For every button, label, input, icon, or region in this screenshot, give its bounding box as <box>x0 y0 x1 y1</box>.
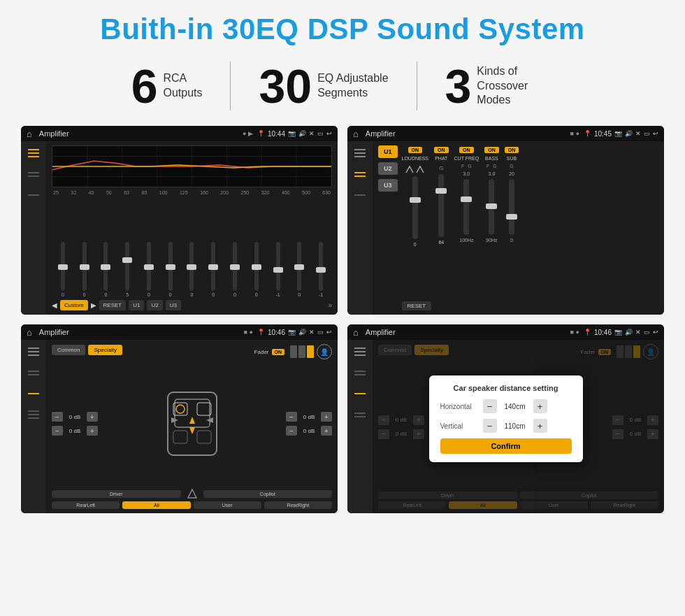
eq-slider-12[interactable]: -1 <box>311 242 331 297</box>
sidebar-speaker-icon-3[interactable] <box>26 387 41 400</box>
fader-user-btn[interactable]: User <box>194 501 261 509</box>
eq-next-btn[interactable]: ▶ <box>91 301 96 309</box>
fader-on-btn[interactable]: ON <box>272 349 285 355</box>
sidebar-speaker-icon-4[interactable] <box>352 387 368 400</box>
sidebar-expand-icon-4[interactable] <box>352 408 368 421</box>
home-icon-2[interactable]: ⌂ <box>353 129 359 139</box>
eq-slider-3[interactable]: 5 <box>117 242 137 297</box>
db-minus-fl[interactable]: − <box>52 412 63 422</box>
cutfreq-slider[interactable] <box>463 179 469 235</box>
vertical-minus-btn[interactable]: − <box>483 419 497 433</box>
app-name-4: Amplifier <box>366 328 566 336</box>
crossover-u1-btn[interactable]: U1 <box>378 145 398 158</box>
home-icon-1[interactable]: ⌂ <box>27 129 32 139</box>
sidebar-speaker-icon-2[interactable] <box>352 189 368 201</box>
fader-rearleft-btn[interactable]: RearLeft <box>52 501 120 509</box>
horizontal-plus-btn[interactable]: + <box>533 399 547 413</box>
status-bar-3: ⌂ Amplifier ■ ● 📍 10:46 📷 🔊 ✕ ▭ ↩ <box>21 324 338 340</box>
sidebar-wave-icon[interactable] <box>26 168 41 180</box>
home-icon-3[interactable]: ⌂ <box>27 327 32 338</box>
app-name-1: Amplifier <box>39 129 238 138</box>
fader-all-btn[interactable]: All <box>122 501 190 509</box>
db-plus-rl[interactable]: + <box>87 426 98 436</box>
horizontal-minus-btn[interactable]: − <box>483 399 497 413</box>
sidebar-eq-icon-3[interactable] <box>26 345 41 358</box>
cutfreq-on-badge[interactable]: ON <box>459 147 474 153</box>
sub-on-badge[interactable]: ON <box>505 147 519 153</box>
eq-slider-9[interactable]: 0 <box>247 242 266 297</box>
bass-on-badge[interactable]: ON <box>484 147 499 153</box>
stat-rca: 6 RCA Outputs <box>103 62 231 110</box>
db-minus-rl[interactable]: − <box>52 426 63 436</box>
expand-icon[interactable]: » <box>328 301 332 309</box>
sidebar-wave-icon-3[interactable] <box>26 366 41 379</box>
eq-u1-btn[interactable]: U1 <box>129 300 144 310</box>
sidebar-eq-icon[interactable] <box>26 147 41 159</box>
eq-reset-btn[interactable]: RESET <box>99 300 127 310</box>
vertical-value: 110cm <box>501 422 529 430</box>
vertical-plus-btn[interactable]: + <box>533 419 547 433</box>
volume-icon-4: 🔊 <box>625 329 633 336</box>
crossover-reset-btn[interactable]: RESET <box>402 301 432 310</box>
back-icon-2[interactable]: ↩ <box>653 130 658 137</box>
sidebar-eq-icon-4[interactable] <box>352 345 368 358</box>
eq-prev-btn[interactable]: ◀ <box>52 301 57 309</box>
fader-driver-btn[interactable]: Driver <box>52 490 181 498</box>
crossover-u3-btn[interactable]: U3 <box>378 179 398 192</box>
sidebar-speaker-icon[interactable] <box>26 189 41 201</box>
loudness-slider[interactable] <box>412 176 418 239</box>
phat-on-badge[interactable]: ON <box>434 147 449 153</box>
phat-slider[interactable] <box>438 174 444 237</box>
fader-user-icon[interactable]: 👤 <box>317 344 332 359</box>
eq-slider-7[interactable]: 0 <box>203 242 223 297</box>
eq-slider-8[interactable]: 0 <box>225 242 245 297</box>
db-control-rr: − 0 dB + <box>286 426 332 436</box>
fader-rearright-btn[interactable]: RearRight <box>264 501 332 509</box>
bass-slider[interactable] <box>489 179 494 235</box>
fader-tab-common[interactable]: Common <box>52 345 85 355</box>
location-icon-2: 📍 <box>584 130 591 137</box>
eq-slider-2[interactable]: 0 <box>96 242 116 297</box>
close-icon-1: ✕ <box>309 130 315 137</box>
eq-slider-4[interactable]: 0 <box>139 242 159 297</box>
eq-slider-0[interactable]: 0 <box>53 242 73 297</box>
eq-slider-10[interactable]: -1 <box>268 242 288 297</box>
eq-u2-btn[interactable]: U2 <box>147 300 162 310</box>
fader-tab-specialty[interactable]: Specialty <box>88 345 122 355</box>
crossover-u-buttons: U1 U2 U3 <box>378 145 398 310</box>
sub-slider[interactable] <box>509 179 514 235</box>
screen2-content: U1 U2 U3 ON LOUDNESS <box>347 141 664 315</box>
db-minus-rr[interactable]: − <box>286 426 297 436</box>
back-icon-4[interactable]: ↩ <box>653 329 658 336</box>
confirm-button[interactable]: Confirm <box>440 438 572 454</box>
sidebar-eq-icon-2[interactable] <box>352 147 368 159</box>
eq-custom-btn[interactable]: Custom <box>60 300 88 310</box>
db-plus-fr[interactable]: + <box>321 412 332 422</box>
eq-u3-btn[interactable]: U3 <box>166 300 181 310</box>
back-icon-1[interactable]: ↩ <box>326 130 332 137</box>
home-icon-4[interactable]: ⌂ <box>353 327 359 338</box>
db-plus-fl[interactable]: + <box>87 412 98 422</box>
time-4: 10:46 <box>594 329 612 336</box>
back-icon-3[interactable]: ↩ <box>326 329 332 336</box>
window-icon-3: ▭ <box>317 329 324 336</box>
time-2: 10:45 <box>594 130 612 138</box>
eq-slider-6[interactable]: 0 <box>182 242 202 297</box>
sidebar-expand-icon-3[interactable] <box>26 408 41 421</box>
eq-slider-1[interactable]: 0 <box>75 242 94 297</box>
eq-slider-11[interactable]: 0 <box>289 242 309 297</box>
status-bar-4: ⌂ Amplifier ■ ● 📍 10:46 📷 🔊 ✕ ▭ ↩ <box>347 324 664 340</box>
sidebar-wave-icon-4[interactable] <box>352 366 368 379</box>
db-plus-rr[interactable]: + <box>321 426 332 436</box>
crossover-u2-btn[interactable]: U2 <box>378 162 398 175</box>
sidebar-wave-icon-2[interactable] <box>352 168 368 180</box>
eq-slider-5[interactable]: 0 <box>161 242 180 297</box>
screen-crossover: ⌂ Amplifier ■ ● 📍 10:45 📷 🔊 ✕ ▭ ↩ <box>347 126 664 315</box>
fader-bottom-bar: Driver Copilot <box>52 488 332 499</box>
window-icon-1: ▭ <box>317 130 324 137</box>
db-minus-fr[interactable]: − <box>286 412 297 422</box>
fader-copilot-btn[interactable]: Copilot <box>203 490 333 498</box>
svg-rect-13 <box>197 403 211 415</box>
screen1-sidebar <box>21 141 46 315</box>
loudness-on-badge[interactable]: ON <box>408 147 423 153</box>
